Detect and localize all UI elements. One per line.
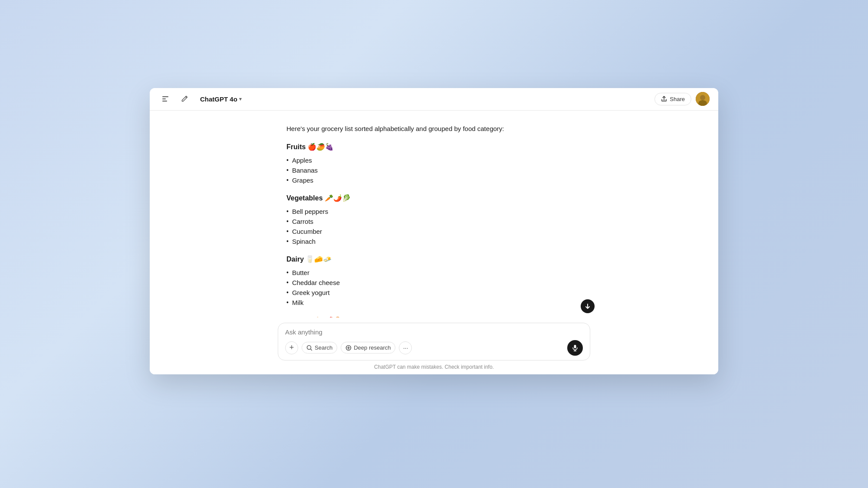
disclaimer-text: ChatGPT can make mistakes. Check importa…: [374, 364, 494, 370]
list-item: Apples: [286, 155, 582, 165]
category-section-2: Dairy 🥛🧀🧈ButterCheddar cheeseGreek yogur…: [286, 255, 582, 308]
more-options-button[interactable]: ···: [399, 341, 412, 354]
category-section-1: Vegetables 🥕🌶️🥬Bell peppersCarrotsCucumb…: [286, 194, 582, 246]
list-item: Milk: [286, 298, 582, 308]
avatar-image: [696, 92, 710, 106]
share-icon: [661, 96, 667, 102]
main-content[interactable]: Here's your grocery list sorted alphabet…: [150, 111, 718, 318]
deep-research-button[interactable]: Deep research: [341, 342, 395, 354]
category-list-1: Bell peppersCarrotsCucumberSpinach: [286, 206, 582, 246]
sidebar-toggle-button[interactable]: [158, 92, 172, 106]
input-toolbar: + Search Deep research ···: [285, 340, 583, 356]
header-left: ChatGPT 4o ▾: [158, 92, 245, 106]
svg-rect-8: [574, 345, 576, 348]
list-item: Spinach: [286, 236, 582, 246]
ellipsis-icon: ···: [403, 344, 408, 351]
new-chat-button[interactable]: [178, 92, 191, 106]
deep-research-label: Deep research: [354, 344, 391, 351]
list-item: Bananas: [286, 165, 582, 175]
category-title-0: Fruits 🍎🥭🍇: [286, 143, 582, 151]
share-button[interactable]: Share: [654, 93, 691, 105]
input-container: + Search Deep research ···: [278, 323, 590, 360]
header-right: Share: [654, 92, 710, 106]
sidebar-icon: [161, 95, 169, 103]
category-section-0: Fruits 🍎🥭🍇ApplesBananasGrapes: [286, 143, 582, 185]
list-item: Bell peppers: [286, 206, 582, 216]
category-list-2: ButterCheddar cheeseGreek yogurtMilk: [286, 268, 582, 308]
voice-input-button[interactable]: [567, 340, 583, 356]
app-window: ChatGPT 4o ▾ Share: [150, 88, 718, 374]
category-title-3: Proteins 🍗🥩🥚: [286, 316, 582, 318]
category-section-3: Proteins 🍗🥩🥚Chicken breast: [286, 316, 582, 318]
disclaimer: ChatGPT can make mistakes. Check importa…: [278, 364, 590, 370]
avatar[interactable]: [696, 92, 710, 106]
search-label: Search: [315, 344, 332, 351]
list-item: Cheddar cheese: [286, 278, 582, 288]
category-title-2: Dairy 🥛🧀🧈: [286, 255, 582, 263]
category-title-1: Vegetables 🥕🌶️🥬: [286, 194, 582, 202]
list-item: Cucumber: [286, 226, 582, 236]
deep-research-icon: [345, 345, 352, 351]
list-item: Butter: [286, 268, 582, 278]
category-list-0: ApplesBananasGrapes: [286, 155, 582, 185]
search-button[interactable]: Search: [302, 342, 337, 354]
add-attachment-button[interactable]: +: [285, 341, 298, 354]
edit-icon: [181, 95, 188, 103]
svg-rect-1: [162, 98, 166, 99]
share-label: Share: [670, 96, 685, 102]
list-item: Greek yogurt: [286, 288, 582, 298]
input-area: + Search Deep research ···: [150, 318, 718, 374]
scroll-down-button[interactable]: [581, 299, 595, 313]
arrow-down-icon: [585, 303, 591, 309]
model-name: ChatGPT 4o: [200, 95, 237, 103]
svg-rect-2: [162, 101, 167, 102]
header: ChatGPT 4o ▾ Share: [150, 88, 718, 111]
search-icon: [306, 345, 312, 351]
svg-point-4: [700, 95, 705, 100]
list-item: Grapes: [286, 175, 582, 185]
intro-text: Here's your grocery list sorted alphabet…: [286, 124, 582, 134]
chat-area: Here's your grocery list sorted alphabet…: [278, 124, 590, 318]
chat-input[interactable]: [285, 328, 583, 336]
chevron-down-icon: ▾: [239, 96, 242, 102]
svg-rect-0: [162, 96, 168, 97]
microphone-icon: [572, 344, 579, 351]
list-item: Carrots: [286, 216, 582, 226]
categories-container: Fruits 🍎🥭🍇ApplesBananasGrapesVegetables …: [286, 143, 582, 318]
model-selector[interactable]: ChatGPT 4o ▾: [197, 94, 245, 105]
